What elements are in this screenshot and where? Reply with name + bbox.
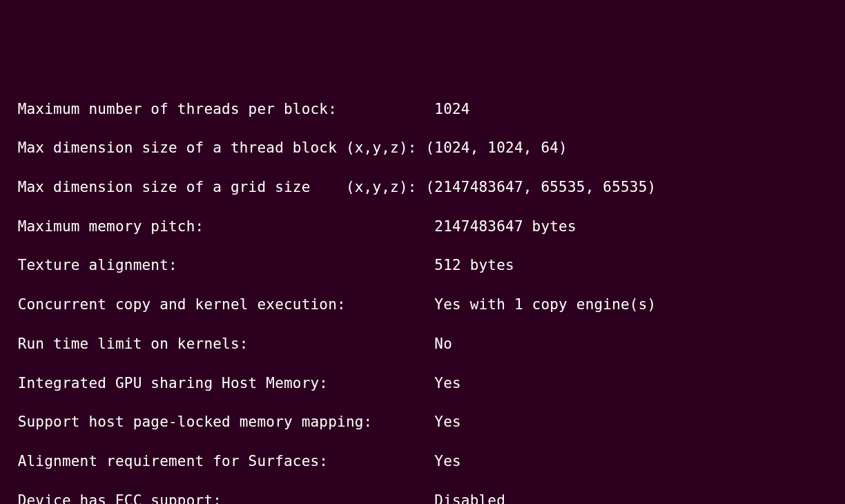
output-line: Concurrent copy and kernel execution: Ye… xyxy=(0,295,845,314)
output-line: Run time limit on kernels: No xyxy=(0,334,845,353)
output-line: Maximum memory pitch: 2147483647 bytes xyxy=(0,217,845,236)
output-line: Alignment requirement for Surfaces: Yes xyxy=(0,452,845,471)
output-line: Texture alignment: 512 bytes xyxy=(0,255,845,275)
output-line: Support host page-locked memory mapping:… xyxy=(0,412,845,432)
output-line: Max dimension size of a thread block (x,… xyxy=(0,138,845,157)
output-line: Maximum number of threads per block: 102… xyxy=(0,99,845,119)
output-line: Device has ECC support: Disabled xyxy=(0,491,845,504)
terminal-output[interactable]: Maximum number of threads per block: 102… xyxy=(0,79,845,504)
output-line: Integrated GPU sharing Host Memory: Yes xyxy=(0,374,845,393)
output-line: Max dimension size of a grid size (x,y,z… xyxy=(0,177,845,197)
